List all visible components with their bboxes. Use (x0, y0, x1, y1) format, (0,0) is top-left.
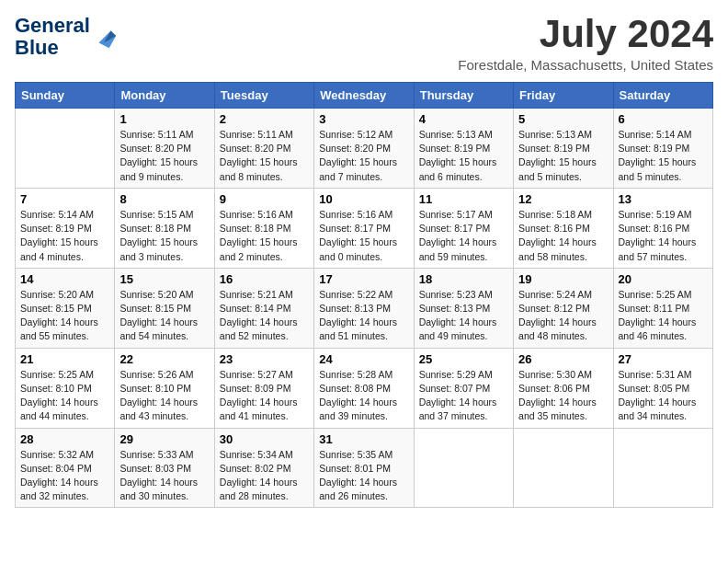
calendar-cell (613, 428, 712, 508)
day-info: Sunrise: 5:17 AM Sunset: 8:17 PM Dayligh… (419, 208, 508, 264)
logo: General Blue (15, 15, 118, 59)
day-number: 1 (119, 112, 209, 126)
day-info: Sunrise: 5:35 AM Sunset: 8:01 PM Dayligh… (319, 448, 408, 504)
calendar-cell: 28Sunrise: 5:32 AM Sunset: 8:04 PM Dayli… (16, 428, 115, 508)
calendar-cell: 31Sunrise: 5:35 AM Sunset: 8:01 PM Dayli… (314, 428, 414, 508)
day-info: Sunrise: 5:27 AM Sunset: 8:09 PM Dayligh… (220, 368, 309, 424)
title-block: July 2024 Forestdale, Massachusetts, Uni… (458, 15, 713, 73)
weekday-header-sunday: Sunday (16, 83, 115, 109)
calendar-cell: 10Sunrise: 5:16 AM Sunset: 8:17 PM Dayli… (314, 188, 414, 268)
calendar-cell: 5Sunrise: 5:13 AM Sunset: 8:19 PM Daylig… (514, 109, 613, 189)
logo-line1: General (15, 14, 90, 37)
day-number: 22 (119, 352, 209, 366)
day-info: Sunrise: 5:31 AM Sunset: 8:05 PM Dayligh… (619, 368, 708, 424)
day-number: 29 (119, 432, 209, 446)
week-row-4: 21Sunrise: 5:25 AM Sunset: 8:10 PM Dayli… (16, 348, 713, 428)
calendar-cell: 20Sunrise: 5:25 AM Sunset: 8:11 PM Dayli… (613, 268, 712, 348)
page-header: General Blue July 2024 Forestdale, Massa… (15, 15, 713, 73)
day-info: Sunrise: 5:20 AM Sunset: 8:15 PM Dayligh… (20, 288, 109, 344)
day-info: Sunrise: 5:32 AM Sunset: 8:04 PM Dayligh… (20, 448, 109, 504)
day-number: 16 (220, 272, 309, 286)
day-info: Sunrise: 5:21 AM Sunset: 8:14 PM Dayligh… (220, 288, 309, 344)
day-number: 18 (419, 272, 508, 286)
logo-text: General Blue (15, 15, 90, 59)
day-info: Sunrise: 5:18 AM Sunset: 8:16 PM Dayligh… (518, 208, 608, 264)
day-info: Sunrise: 5:20 AM Sunset: 8:15 PM Dayligh… (119, 288, 209, 344)
day-number: 24 (319, 352, 408, 366)
week-row-3: 14Sunrise: 5:20 AM Sunset: 8:15 PM Dayli… (16, 268, 713, 348)
day-number: 9 (220, 192, 309, 206)
day-number: 31 (319, 432, 408, 446)
day-number: 27 (619, 352, 708, 366)
calendar-cell: 30Sunrise: 5:34 AM Sunset: 8:02 PM Dayli… (214, 428, 313, 508)
week-row-1: 1Sunrise: 5:11 AM Sunset: 8:20 PM Daylig… (16, 109, 713, 189)
calendar-cell: 14Sunrise: 5:20 AM Sunset: 8:15 PM Dayli… (16, 268, 115, 348)
logo-line2: Blue (15, 36, 59, 59)
calendar-cell: 19Sunrise: 5:24 AM Sunset: 8:12 PM Dayli… (514, 268, 613, 348)
day-info: Sunrise: 5:11 AM Sunset: 8:20 PM Dayligh… (119, 128, 209, 184)
day-info: Sunrise: 5:25 AM Sunset: 8:10 PM Dayligh… (20, 368, 109, 424)
day-number: 6 (619, 112, 708, 126)
day-number: 3 (319, 112, 408, 126)
weekday-header-monday: Monday (115, 83, 214, 109)
day-number: 17 (319, 272, 408, 286)
week-row-5: 28Sunrise: 5:32 AM Sunset: 8:04 PM Dayli… (16, 428, 713, 508)
calendar-cell: 22Sunrise: 5:26 AM Sunset: 8:10 PM Dayli… (115, 348, 214, 428)
weekday-header-row: SundayMondayTuesdayWednesdayThursdayFrid… (16, 83, 713, 109)
weekday-header-thursday: Thursday (414, 83, 513, 109)
month-title: July 2024 (458, 15, 713, 53)
weekday-header-friday: Friday (514, 83, 613, 109)
day-number: 4 (419, 112, 508, 126)
weekday-header-wednesday: Wednesday (314, 83, 414, 109)
location: Forestdale, Massachusetts, United States (458, 57, 713, 73)
day-number: 20 (619, 272, 708, 286)
day-info: Sunrise: 5:30 AM Sunset: 8:06 PM Dayligh… (518, 368, 608, 424)
day-number: 19 (518, 272, 608, 286)
day-number: 12 (518, 192, 608, 206)
calendar-cell (414, 428, 513, 508)
calendar-cell: 8Sunrise: 5:15 AM Sunset: 8:18 PM Daylig… (115, 188, 214, 268)
calendar-cell: 3Sunrise: 5:12 AM Sunset: 8:20 PM Daylig… (314, 109, 414, 189)
day-info: Sunrise: 5:23 AM Sunset: 8:13 PM Dayligh… (419, 288, 508, 344)
calendar-cell: 24Sunrise: 5:28 AM Sunset: 8:08 PM Dayli… (314, 348, 414, 428)
day-info: Sunrise: 5:13 AM Sunset: 8:19 PM Dayligh… (518, 128, 608, 184)
day-number: 11 (419, 192, 508, 206)
day-info: Sunrise: 5:33 AM Sunset: 8:03 PM Dayligh… (119, 448, 209, 504)
calendar-cell: 17Sunrise: 5:22 AM Sunset: 8:13 PM Dayli… (314, 268, 414, 348)
week-row-2: 7Sunrise: 5:14 AM Sunset: 8:19 PM Daylig… (16, 188, 713, 268)
day-info: Sunrise: 5:24 AM Sunset: 8:12 PM Dayligh… (518, 288, 608, 344)
day-number: 23 (220, 352, 309, 366)
logo-icon (92, 24, 118, 50)
day-number: 2 (220, 112, 309, 126)
calendar-cell: 25Sunrise: 5:29 AM Sunset: 8:07 PM Dayli… (414, 348, 513, 428)
calendar-cell: 2Sunrise: 5:11 AM Sunset: 8:20 PM Daylig… (214, 109, 313, 189)
day-info: Sunrise: 5:25 AM Sunset: 8:11 PM Dayligh… (619, 288, 708, 344)
day-info: Sunrise: 5:11 AM Sunset: 8:20 PM Dayligh… (220, 128, 309, 184)
day-number: 15 (119, 272, 209, 286)
day-info: Sunrise: 5:16 AM Sunset: 8:18 PM Dayligh… (220, 208, 309, 264)
calendar-cell: 13Sunrise: 5:19 AM Sunset: 8:16 PM Dayli… (613, 188, 712, 268)
calendar-cell: 23Sunrise: 5:27 AM Sunset: 8:09 PM Dayli… (214, 348, 313, 428)
day-number: 5 (518, 112, 608, 126)
day-info: Sunrise: 5:34 AM Sunset: 8:02 PM Dayligh… (220, 448, 309, 504)
day-number: 7 (20, 192, 109, 206)
calendar-cell: 11Sunrise: 5:17 AM Sunset: 8:17 PM Dayli… (414, 188, 513, 268)
day-info: Sunrise: 5:12 AM Sunset: 8:20 PM Dayligh… (319, 128, 408, 184)
calendar-cell: 29Sunrise: 5:33 AM Sunset: 8:03 PM Dayli… (115, 428, 214, 508)
day-number: 28 (20, 432, 109, 446)
day-info: Sunrise: 5:15 AM Sunset: 8:18 PM Dayligh… (119, 208, 209, 264)
calendar-cell: 12Sunrise: 5:18 AM Sunset: 8:16 PM Dayli… (514, 188, 613, 268)
day-number: 8 (119, 192, 209, 206)
calendar-cell (514, 428, 613, 508)
calendar-cell: 6Sunrise: 5:14 AM Sunset: 8:19 PM Daylig… (613, 109, 712, 189)
day-number: 10 (319, 192, 408, 206)
calendar-cell: 15Sunrise: 5:20 AM Sunset: 8:15 PM Dayli… (115, 268, 214, 348)
calendar-cell: 1Sunrise: 5:11 AM Sunset: 8:20 PM Daylig… (115, 109, 214, 189)
day-number: 26 (518, 352, 608, 366)
calendar-cell: 16Sunrise: 5:21 AM Sunset: 8:14 PM Dayli… (214, 268, 313, 348)
day-number: 25 (419, 352, 508, 366)
day-number: 14 (20, 272, 109, 286)
day-number: 30 (220, 432, 309, 446)
calendar-cell: 21Sunrise: 5:25 AM Sunset: 8:10 PM Dayli… (16, 348, 115, 428)
day-info: Sunrise: 5:29 AM Sunset: 8:07 PM Dayligh… (419, 368, 508, 424)
